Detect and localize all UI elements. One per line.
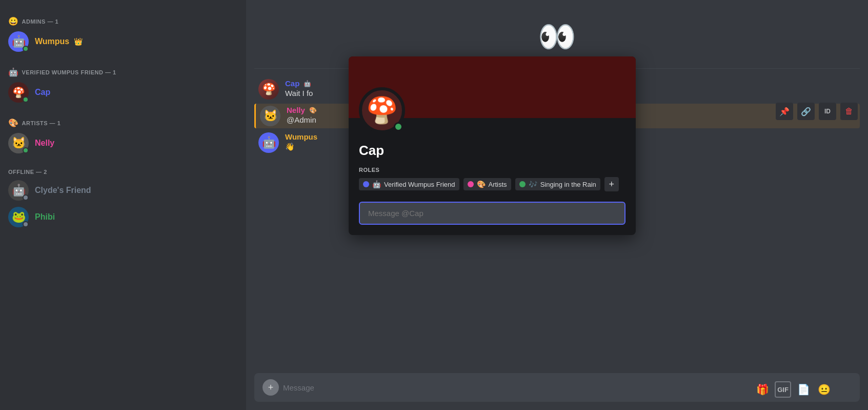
members-sidebar: 😀 ADMINS — 1 🤖 Wumpus 👑 🤖 VERIFIED WUMPU… bbox=[0, 0, 246, 410]
member-nelly[interactable]: 🐱 Nelly bbox=[4, 130, 242, 157]
artists-section-header: 🎨 ARTISTS — 1 bbox=[4, 114, 242, 130]
phibi-status-dot bbox=[23, 221, 29, 227]
nelly-status-dot bbox=[23, 147, 29, 153]
popup-online-status bbox=[394, 122, 403, 131]
role-artists-label: Artists bbox=[489, 181, 507, 188]
role-singing-label: Singing in the Rain bbox=[540, 181, 596, 188]
verified-icon: 🤖 bbox=[8, 67, 19, 77]
clyde-name: Clyde's Friend bbox=[35, 186, 91, 195]
msg-cap-avatar: 🍄 bbox=[258, 79, 279, 100]
role-artists[interactable]: 🎨 Artists bbox=[463, 178, 511, 190]
msg-nelly-avatar: 🐱 bbox=[260, 106, 280, 126]
user-profile-popup: 🍄 Cap ROLES 🤖 Verified Wumpus Friend 🎨 bbox=[349, 56, 636, 235]
popup-roles-list: 🤖 Verified Wumpus Friend 🎨 Artists 🎶 Sin… bbox=[359, 177, 625, 191]
wumpus-name: Wumpus 👑 bbox=[35, 37, 83, 46]
admins-label: ADMINS — 1 bbox=[22, 18, 59, 25]
admins-section-header: 😀 ADMINS — 1 bbox=[4, 12, 242, 28]
add-role-icon: + bbox=[609, 179, 615, 190]
verified-label: VERIFIED WUMPUS FRIEND — 1 bbox=[22, 69, 116, 75]
clyde-status-dot bbox=[23, 194, 29, 201]
offline-label: OFFLINE — 2 bbox=[8, 169, 47, 175]
cap-status-dot bbox=[23, 96, 29, 103]
link-icon[interactable]: 🔗 bbox=[797, 103, 815, 120]
cap-name: Cap bbox=[35, 88, 50, 97]
eyes-emoji: 👀 bbox=[538, 18, 576, 55]
popup-banner: 🍄 bbox=[349, 56, 636, 118]
msg-nelly-badge: 🎨 bbox=[309, 107, 317, 114]
crown-icon: 👑 bbox=[74, 37, 83, 46]
popup-avatar-wrap: 🍄 bbox=[359, 87, 405, 133]
chat-main: 👀 🍄 Cap 🤖 Wait I fo 🐱 bbox=[246, 0, 868, 410]
popup-username: Cap bbox=[359, 143, 625, 159]
nelly-name: Nelly bbox=[35, 139, 54, 148]
id-button[interactable]: ID bbox=[819, 103, 836, 120]
member-cap[interactable]: 🍄 Cap bbox=[4, 79, 242, 106]
role-artists-icon: 🎨 bbox=[477, 180, 486, 188]
nelly-avatar-wrap: 🐱 bbox=[8, 133, 29, 153]
emoji-icon[interactable]: 😐 bbox=[816, 381, 832, 398]
sticker-icon[interactable]: 📄 bbox=[795, 381, 812, 398]
role-singing-dot bbox=[519, 181, 526, 187]
role-artists-dot bbox=[468, 181, 474, 187]
popup-body: Cap ROLES 🤖 Verified Wumpus Friend 🎨 Art… bbox=[349, 118, 636, 235]
role-verified[interactable]: 🤖 Verified Wumpus Friend bbox=[359, 178, 459, 190]
popup-roles-label: ROLES bbox=[359, 167, 625, 173]
role-singing[interactable]: 🎶 Singing in the Rain bbox=[515, 178, 600, 190]
pin-icon[interactable]: 📌 bbox=[776, 103, 793, 120]
artists-icon: 🎨 bbox=[8, 118, 19, 128]
popup-message-input[interactable] bbox=[359, 202, 625, 225]
offline-section-header: OFFLINE — 2 bbox=[4, 165, 242, 177]
role-singing-icon: 🎶 bbox=[529, 180, 537, 188]
msg-wumpus-username: Wumpus bbox=[285, 132, 317, 141]
phibi-name: Phibi bbox=[35, 212, 55, 222]
msg-cap-badge: 🤖 bbox=[304, 80, 311, 87]
member-clydes-friend[interactable]: 🤖 Clyde's Friend bbox=[4, 177, 242, 204]
artists-label: ARTISTS — 1 bbox=[22, 120, 61, 126]
role-verified-dot bbox=[363, 181, 369, 187]
member-phibi[interactable]: 🐸 Phibi bbox=[4, 204, 242, 230]
role-verified-icon: 🤖 bbox=[372, 180, 381, 188]
delete-icon[interactable]: 🗑 bbox=[840, 103, 858, 120]
gif-button[interactable]: GIF bbox=[775, 381, 791, 398]
admins-icon: 😀 bbox=[8, 16, 19, 26]
gift-icon[interactable]: 🎁 bbox=[754, 381, 771, 398]
role-verified-label: Verified Wumpus Friend bbox=[384, 181, 455, 188]
msg-wumpus-avatar: 🤖 bbox=[258, 132, 279, 153]
msg-nelly-username: Nelly bbox=[287, 106, 305, 114]
cap-avatar-wrap: 🍄 bbox=[8, 82, 29, 103]
wumpus-avatar-wrap: 🤖 bbox=[8, 31, 29, 52]
bottom-right-icons: 🎁 GIF 📄 😐 bbox=[754, 381, 832, 398]
verified-section-header: 🤖 VERIFIED WUMPUS FRIEND — 1 bbox=[4, 63, 242, 79]
popup-action-icons: 📌 🔗 ID 🗑 bbox=[776, 103, 858, 120]
add-role-button[interactable]: + bbox=[604, 177, 619, 191]
member-wumpus[interactable]: 🤖 Wumpus 👑 bbox=[4, 28, 242, 55]
phibi-avatar-wrap: 🐸 bbox=[8, 207, 29, 227]
add-attachment-button[interactable]: + bbox=[263, 379, 279, 396]
chat-top-decoration: 👀 bbox=[254, 8, 860, 60]
clyde-avatar-wrap: 🤖 bbox=[8, 180, 29, 201]
msg-cap-username: Cap bbox=[285, 79, 299, 88]
wumpus-status-dot bbox=[23, 46, 29, 52]
